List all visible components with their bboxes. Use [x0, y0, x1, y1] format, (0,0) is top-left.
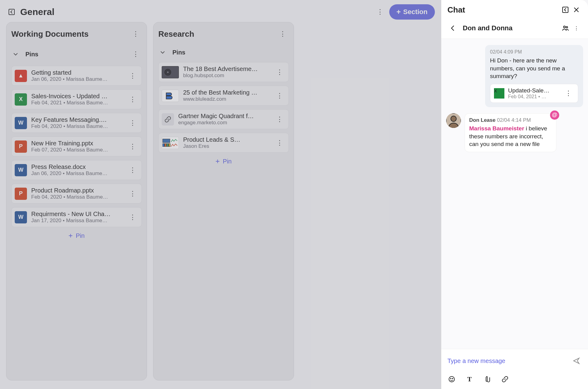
card-more-icon[interactable]: ⋮: [274, 92, 285, 100]
card-meta: Feb 04, 2020 • Marissa Baume…: [31, 123, 123, 129]
plus-icon: +: [397, 8, 401, 16]
pin-card[interactable]: Gartner Magic Quadrant f… engage.marketo…: [158, 109, 289, 129]
card-meta: Feb 04, 2020 • Marissa Baume…: [31, 194, 123, 200]
svg-rect-9: [563, 7, 568, 13]
card-title: Press Release.docx: [31, 163, 123, 170]
message-sender: Don Lease: [469, 117, 496, 123]
pdf-file-icon: ▲: [15, 70, 27, 82]
chat-panel: Chat Don and Donna ⋮ 02/04 4:09 PM Hi Do…: [441, 0, 588, 389]
mention-badge-icon: @: [550, 110, 559, 120]
powerpoint-file-icon: P: [15, 140, 27, 153]
card-meta: Jason Eres: [183, 143, 270, 149]
card-more-icon[interactable]: ⋮: [127, 143, 138, 151]
column-research: Research ⋮ Pins The 18 Best Advertiseme……: [153, 22, 294, 380]
card-title: Product Roadmap.pptx: [31, 187, 123, 194]
svg-rect-6: [165, 144, 166, 147]
card-more-icon[interactable]: ⋮: [127, 190, 138, 198]
message-text: Marissa Baumeister i believe these numbe…: [469, 125, 552, 148]
link-icon[interactable]: [501, 375, 509, 383]
word-file-icon: W: [15, 211, 27, 223]
card-more-icon[interactable]: ⋮: [127, 119, 138, 127]
column-working-documents: Working Documents ⋮ Pins ⋮ ▲ Getting sta…: [6, 22, 147, 380]
columns-container: Working Documents ⋮ Pins ⋮ ▲ Getting sta…: [0, 22, 441, 387]
message-timestamp: 02/04 4:14 PM: [497, 117, 531, 123]
card-title: Getting started: [31, 69, 123, 76]
column-title: Research: [158, 29, 277, 39]
attach-file-icon[interactable]: [483, 375, 492, 383]
card-more-icon[interactable]: ⋮: [127, 72, 138, 80]
pins-label: Pins: [172, 49, 289, 56]
attachment-title: Updated-Sale…: [508, 87, 559, 94]
card-title: Sales-Invoices - Updated …: [31, 93, 123, 100]
dock-panel-icon[interactable]: [560, 4, 571, 15]
text-format-icon[interactable]: T: [465, 375, 474, 383]
message-incoming[interactable]: @ Don Lease 02/04 4:14 PM Marissa Baumei…: [446, 113, 556, 152]
chevron-down-icon[interactable]: [11, 50, 20, 58]
message-timestamp: 02/04 4:09 PM: [490, 49, 578, 55]
pin-card[interactable]: 25 of the Best Marketing … www.bluleadz.…: [158, 86, 289, 106]
thread-more-icon[interactable]: ⋮: [571, 23, 582, 34]
pin-card[interactable]: X Sales-Invoices - Updated … Feb 04, 202…: [11, 89, 142, 109]
svg-point-15: [450, 378, 451, 379]
column-title: Working Documents: [11, 29, 130, 39]
close-icon[interactable]: [571, 4, 582, 15]
card-meta: engage.marketo.com: [178, 120, 270, 126]
card-more-icon[interactable]: ⋮: [127, 95, 138, 103]
svg-point-10: [564, 26, 565, 28]
card-title: Key Features Messaging.…: [31, 116, 123, 123]
add-pin-label: Pin: [76, 232, 85, 239]
pin-card[interactable]: The 18 Best Advertiseme… blog.hubspot.co…: [158, 62, 289, 82]
add-section-button[interactable]: + Section: [389, 4, 435, 20]
card-title: The 18 Best Advertiseme…: [183, 65, 270, 73]
collapse-panel-icon[interactable]: [6, 6, 17, 17]
message-input[interactable]: [447, 357, 571, 365]
card-more-icon[interactable]: ⋮: [274, 115, 285, 123]
column-more-icon[interactable]: ⋮: [130, 28, 142, 40]
svg-point-11: [566, 27, 568, 28]
message-outgoing[interactable]: 02/04 4:09 PM Hi Don - here are the new …: [485, 45, 583, 107]
pin-card[interactable]: Product Leads & S… Jason Eres ⋮: [158, 133, 289, 153]
card-meta: blog.hubspot.com: [183, 73, 270, 79]
svg-point-3: [167, 71, 169, 73]
pin-card[interactable]: W Requirments - New UI Cha… Jan 17, 2020…: [11, 207, 142, 227]
board-more-icon[interactable]: ⋮: [374, 6, 386, 18]
board-panel: General ⋮ + Section Working Documents ⋮ …: [0, 0, 441, 389]
add-section-label: Section: [403, 8, 428, 16]
card-meta: Feb 04, 2021 • Marissa Baume…: [31, 100, 123, 106]
pin-card[interactable]: P New Hire Training.pptx Feb 07, 2020 • …: [11, 137, 142, 156]
card-more-icon[interactable]: ⋮: [274, 68, 285, 76]
attachment-meta: Feb 04, 2021 • …: [508, 94, 559, 99]
message-attachment[interactable]: X Updated-Sale… Feb 04, 2021 • … ⋮: [490, 84, 578, 103]
svg-rect-4: [163, 139, 170, 143]
pin-card[interactable]: ▲ Getting started Jan 06, 2020 • Marissa…: [11, 66, 142, 86]
send-icon[interactable]: [571, 355, 582, 366]
card-meta: Jan 06, 2020 • Marissa Baume…: [31, 76, 123, 82]
message-composer: T: [441, 349, 588, 389]
svg-rect-8: [169, 144, 170, 147]
avatar[interactable]: [446, 113, 461, 128]
chevron-down-icon[interactable]: [158, 48, 167, 57]
people-icon[interactable]: [560, 23, 571, 34]
card-more-icon[interactable]: ⋮: [127, 166, 138, 174]
mention[interactable]: Marissa Baumeister: [469, 125, 524, 132]
column-more-icon[interactable]: ⋮: [277, 28, 289, 40]
card-more-icon[interactable]: ⋮: [274, 139, 285, 147]
svg-point-13: [451, 116, 456, 122]
pin-card[interactable]: P Product Roadmap.pptx Feb 04, 2020 • Ma…: [11, 184, 142, 204]
card-more-icon[interactable]: ⋮: [127, 213, 138, 221]
page-title: General: [20, 7, 374, 17]
emoji-icon[interactable]: [447, 375, 456, 383]
attachment-more-icon[interactable]: ⋮: [563, 89, 574, 97]
add-pin-button[interactable]: + Pin: [11, 227, 142, 241]
back-icon[interactable]: [447, 23, 458, 34]
add-pin-button[interactable]: + Pin: [158, 153, 289, 166]
message-text: Hi Don - here are the new numbers, can y…: [490, 57, 578, 80]
card-meta: Feb 07, 2020 • Marissa Baume…: [31, 147, 123, 153]
plus-icon: +: [216, 158, 220, 165]
svg-rect-0: [9, 9, 14, 15]
pin-card[interactable]: W Press Release.docx Jan 06, 2020 • Mari…: [11, 160, 142, 180]
pins-more-icon[interactable]: ⋮: [130, 48, 142, 60]
thumbnail-icon: [162, 90, 179, 102]
pin-card[interactable]: W Key Features Messaging.… Feb 04, 2020 …: [11, 113, 142, 133]
card-title: Requirments - New UI Cha…: [31, 211, 123, 218]
